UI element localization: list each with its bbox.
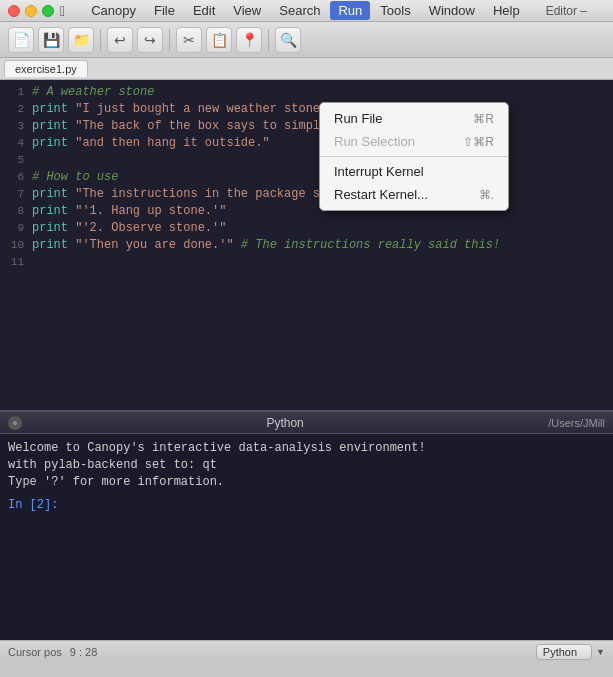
toolbar-sep-1 [100, 29, 101, 51]
editor-area[interactable]: 1 # A weather stone 2 print "I just boug… [0, 80, 613, 410]
tab-exercise1[interactable]: exercise1.py [4, 60, 88, 77]
close-button[interactable] [8, 5, 20, 17]
toolbar-sep-3 [268, 29, 269, 51]
menu-view[interactable]: View [225, 1, 269, 20]
apple-icon:  [60, 3, 65, 19]
editor-line-9: 9 print "'2. Observe stone.'" [0, 220, 613, 237]
welcome-line-2: with pylab-backend set to: qt [8, 457, 605, 474]
minimize-button[interactable] [25, 5, 37, 17]
line-num-4: 4 [4, 135, 24, 152]
bottom-close-button[interactable]: ● [8, 416, 22, 430]
redo-button[interactable]: ↪ [137, 27, 163, 53]
line-num-2: 2 [4, 101, 24, 118]
run-selection-shortcut: ⇧⌘R [463, 135, 494, 149]
title-bar:  Canopy File Edit View Search Run Tools… [0, 0, 613, 22]
maximize-button[interactable] [42, 5, 54, 17]
editor-line-6: 6 # How to use [0, 169, 613, 186]
editor-line-8: 8 print "'1. Hang up stone.'" [0, 203, 613, 220]
run-dropdown-menu: Run File ⌘R Run Selection ⇧⌘R Interrupt … [319, 102, 509, 211]
run-file-label: Run File [334, 111, 382, 126]
menu-window[interactable]: Window [421, 1, 483, 20]
undo-button[interactable]: ↩ [107, 27, 133, 53]
editor-line-2: 2 print "I just bought a new weather sto… [0, 101, 613, 118]
title-bar-center: Editor – [528, 4, 605, 18]
menu-edit[interactable]: Edit [185, 1, 223, 20]
line-num-10: 10 [4, 237, 24, 254]
prompt-line: In [2]: [8, 497, 605, 514]
bottom-header: ● Python /Users/JMill [0, 412, 613, 434]
editor-line-5: 5 [0, 152, 613, 169]
run-file-item[interactable]: Run File ⌘R [320, 107, 508, 130]
run-selection-label: Run Selection [334, 134, 415, 149]
language-select[interactable]: Python [536, 644, 592, 660]
line-num-3: 3 [4, 118, 24, 135]
title-bar-left:  Canopy File Edit View Search Run Tools… [8, 1, 528, 20]
run-selection-item: Run Selection ⇧⌘R [320, 130, 508, 153]
editor-line-10: 10 print "'Then you are done.'" # The in… [0, 237, 613, 254]
toolbar-sep-2 [169, 29, 170, 51]
cursor-label: Cursor pos [8, 646, 62, 658]
line-content-11 [32, 254, 609, 271]
save-button[interactable]: 💾 [38, 27, 64, 53]
restart-kernel-label: Restart Kernel... [334, 187, 428, 202]
language-selector[interactable]: Python ▼ [536, 644, 605, 660]
restart-kernel-shortcut: ⌘. [479, 188, 494, 202]
menu-run[interactable]: Run [330, 1, 370, 20]
interrupt-kernel-item[interactable]: Interrupt Kernel [320, 160, 508, 183]
toolbar: 📄 💾 📁 ↩ ↪ ✂ 📋 📍 🔍 [0, 22, 613, 58]
menu-file[interactable]: File [146, 1, 183, 20]
prompt-indicator: In [2]: [8, 498, 58, 512]
editor-line-1: 1 # A weather stone [0, 84, 613, 101]
editor-line-11: 11 [0, 254, 613, 271]
welcome-line-3: Type '?' for more information. [8, 474, 605, 491]
tab-bar: exercise1.py [0, 58, 613, 80]
editor-title: Editor – [546, 4, 587, 18]
welcome-line-1: Welcome to Canopy's interactive data-ana… [8, 440, 605, 457]
copy-button[interactable]: 📋 [206, 27, 232, 53]
menu-bar: Canopy File Edit View Search Run Tools W… [83, 1, 528, 20]
line-num-5: 5 [4, 152, 24, 169]
run-menu-separator [320, 156, 508, 157]
line-content-10: print "'Then you are done.'" # The instr… [32, 237, 609, 254]
menu-search[interactable]: Search [271, 1, 328, 20]
run-file-shortcut: ⌘R [473, 112, 494, 126]
traffic-lights [8, 5, 54, 17]
editor-line-4: 4 print "and then hang it outside." [0, 135, 613, 152]
editor-line-7: 7 print "The instructions in the package… [0, 186, 613, 203]
editor-line-3: 3 print "The back of the box says to sim… [0, 118, 613, 135]
open-button[interactable]: 📁 [68, 27, 94, 53]
line-num-7: 7 [4, 186, 24, 203]
line-num-1: 1 [4, 84, 24, 101]
editor-container: 1 # A weather stone 2 print "I just boug… [0, 80, 613, 410]
line-content-9: print "'2. Observe stone.'" [32, 220, 609, 237]
search-button[interactable]: 🔍 [275, 27, 301, 53]
menu-tools[interactable]: Tools [372, 1, 418, 20]
bottom-panel: ● Python /Users/JMill Welcome to Canopy'… [0, 410, 613, 640]
bottom-panel-title: Python [22, 416, 548, 430]
line-num-11: 11 [4, 254, 24, 271]
line-num-6: 6 [4, 169, 24, 186]
bottom-content[interactable]: Welcome to Canopy's interactive data-ana… [0, 434, 613, 640]
line-num-8: 8 [4, 203, 24, 220]
status-bar: Cursor pos 9 : 28 Python ▼ [0, 640, 613, 662]
restart-kernel-item[interactable]: Restart Kernel... ⌘. [320, 183, 508, 206]
bottom-path: /Users/JMill [548, 417, 605, 429]
paste-button[interactable]: 📍 [236, 27, 262, 53]
line-num-9: 9 [4, 220, 24, 237]
cut-button[interactable]: ✂ [176, 27, 202, 53]
line-content-1: # A weather stone [32, 84, 609, 101]
interrupt-kernel-label: Interrupt Kernel [334, 164, 424, 179]
language-chevron-icon: ▼ [596, 647, 605, 657]
menu-canopy[interactable]: Canopy [83, 1, 144, 20]
cursor-pos: 9 : 28 [70, 646, 98, 658]
new-button[interactable]: 📄 [8, 27, 34, 53]
menu-help[interactable]: Help [485, 1, 528, 20]
